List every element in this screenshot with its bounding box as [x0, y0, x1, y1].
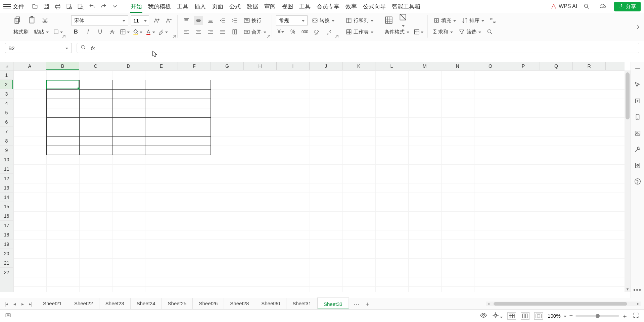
- cells-area[interactable]: [13, 70, 625, 292]
- chevron-down-icon[interactable]: [65, 45, 68, 51]
- rail-phone-icon[interactable]: [634, 113, 641, 122]
- align-justify-button[interactable]: [218, 27, 227, 37]
- rail-settings-icon[interactable]: [634, 97, 641, 106]
- col-header-B[interactable]: B: [46, 62, 79, 70]
- sheet-tab-Sheet30[interactable]: Sheet30: [255, 298, 286, 309]
- sheet-tab-Sheet24[interactable]: Sheet24: [131, 298, 162, 309]
- fullscreen-icon[interactable]: [633, 312, 639, 320]
- hamburger-icon[interactable]: [3, 4, 11, 8]
- col-header-M[interactable]: M: [408, 62, 441, 70]
- find-replace-button[interactable]: [485, 27, 495, 37]
- row-header-5[interactable]: 5: [0, 108, 13, 117]
- increase-font-button[interactable]: [152, 16, 161, 25]
- col-header-I[interactable]: I: [277, 62, 310, 70]
- worksheet-button[interactable]: 工作表: [344, 27, 375, 37]
- col-header-D[interactable]: D: [112, 62, 145, 70]
- rail-collapse-icon[interactable]: [634, 65, 641, 74]
- font-group-expand[interactable]: [173, 34, 177, 38]
- redo-icon[interactable]: [99, 2, 108, 11]
- vscroll-thumb[interactable]: [626, 72, 630, 119]
- sheet-menu-icon[interactable]: ⋯: [354, 300, 360, 308]
- fx-icon[interactable]: fx: [91, 45, 95, 51]
- tab-view[interactable]: 视图: [279, 0, 296, 13]
- decrease-decimal-button[interactable]: .0: [324, 27, 334, 37]
- rail-more-icon[interactable]: •••: [633, 287, 642, 294]
- currency-button[interactable]: ¥: [276, 27, 285, 37]
- tab-start[interactable]: 开始: [128, 0, 145, 13]
- formula-bar[interactable]: fx: [77, 43, 639, 53]
- hscroll-right-arrow[interactable]: ▸: [637, 302, 639, 306]
- row-header-14[interactable]: 14: [0, 193, 13, 202]
- font-color-button[interactable]: [145, 27, 155, 37]
- thousands-button[interactable]: 000: [300, 27, 310, 37]
- cloud-sync-icon[interactable]: [598, 2, 607, 11]
- clipboard-group-expand[interactable]: [62, 34, 66, 38]
- underline-button[interactable]: U: [95, 27, 105, 37]
- tab-data[interactable]: 数据: [244, 0, 261, 13]
- font-size-select[interactable]: 11: [131, 15, 149, 25]
- tab-member[interactable]: 会员专享: [314, 0, 342, 13]
- col-header-L[interactable]: L: [375, 62, 408, 70]
- hscroll-thumb[interactable]: [494, 302, 627, 306]
- format-painter-button[interactable]: 格式刷: [12, 27, 30, 37]
- row-header-20[interactable]: 20: [0, 249, 13, 258]
- row-header-21[interactable]: 21: [0, 258, 13, 268]
- sort-button[interactable]: 排序: [460, 16, 486, 25]
- expand-button[interactable]: [488, 16, 498, 25]
- row-header-10[interactable]: 10: [0, 155, 13, 164]
- align-right-button[interactable]: [206, 27, 215, 37]
- decrease-font-button[interactable]: [164, 16, 173, 25]
- tab-formula-wizard[interactable]: 公式向导: [360, 0, 389, 13]
- percent-button[interactable]: %: [288, 27, 297, 37]
- paste-special-dropdown[interactable]: [53, 27, 63, 37]
- paste-button[interactable]: [26, 16, 38, 25]
- rail-image-icon[interactable]: [634, 129, 641, 138]
- row-header-11[interactable]: 11: [0, 164, 13, 174]
- fill-button[interactable]: 填充: [432, 16, 457, 25]
- sheet-first-icon[interactable]: |◂: [3, 301, 9, 307]
- align-left-button[interactable]: [182, 27, 191, 37]
- sheet-tab-Sheet26[interactable]: Sheet26: [193, 298, 224, 309]
- wps-ai-button[interactable]: WPS AI: [551, 3, 577, 9]
- row-header-4[interactable]: 4: [0, 99, 13, 108]
- zoom-value[interactable]: 100%: [548, 313, 560, 319]
- sheet-tab-Sheet25[interactable]: Sheet25: [162, 298, 193, 309]
- zoom-in-button[interactable]: ＋: [622, 312, 628, 320]
- rail-select-icon[interactable]: [634, 81, 641, 90]
- row-header-17[interactable]: 17: [0, 221, 13, 230]
- ribbon-scroll-right[interactable]: [635, 23, 641, 30]
- name-box[interactable]: B2: [5, 43, 72, 53]
- col-header-P[interactable]: P: [507, 62, 540, 70]
- row-header-7[interactable]: 7: [0, 127, 13, 136]
- col-header-E[interactable]: E: [145, 62, 178, 70]
- row-header-18[interactable]: 18: [0, 230, 13, 239]
- col-header-A[interactable]: A: [13, 62, 46, 70]
- row-header-8[interactable]: 8: [0, 136, 13, 146]
- rail-help-icon[interactable]: [634, 178, 641, 186]
- rail-backup-icon[interactable]: [634, 162, 641, 170]
- font-name-select[interactable]: 宋体: [71, 15, 128, 25]
- table-style-button[interactable]: [383, 16, 395, 25]
- align-middle-button[interactable]: [194, 16, 203, 25]
- focus-cell-icon[interactable]: [492, 312, 503, 320]
- col-header-R[interactable]: R: [573, 62, 606, 70]
- status-mode-icon[interactable]: [5, 312, 11, 320]
- zoom-slider[interactable]: [576, 315, 619, 317]
- fill-color-button[interactable]: [132, 27, 142, 37]
- tab-insert[interactable]: 插入: [191, 0, 209, 13]
- convert-button[interactable]: 转换: [310, 16, 336, 25]
- tab-tools1[interactable]: 工具: [174, 0, 191, 13]
- search-icon[interactable]: [582, 2, 591, 11]
- quick-more-dropdown[interactable]: [110, 2, 120, 11]
- row-header-3[interactable]: 3: [0, 89, 13, 99]
- tab-efficiency[interactable]: 效率: [342, 0, 360, 13]
- sheet-tab-Sheet22[interactable]: Sheet22: [68, 298, 99, 309]
- formula-input[interactable]: [100, 43, 636, 53]
- conditional-format-button[interactable]: 条件格式: [383, 27, 411, 37]
- rowcol-button[interactable]: 行和列: [344, 16, 375, 25]
- horizontal-scrollbar[interactable]: ◂ ▸: [486, 302, 641, 306]
- row-header-15[interactable]: 15: [0, 202, 13, 211]
- filter-button[interactable]: 筛选: [457, 27, 482, 37]
- sum-button[interactable]: Σ求和: [432, 27, 454, 37]
- undo-icon[interactable]: [87, 2, 97, 11]
